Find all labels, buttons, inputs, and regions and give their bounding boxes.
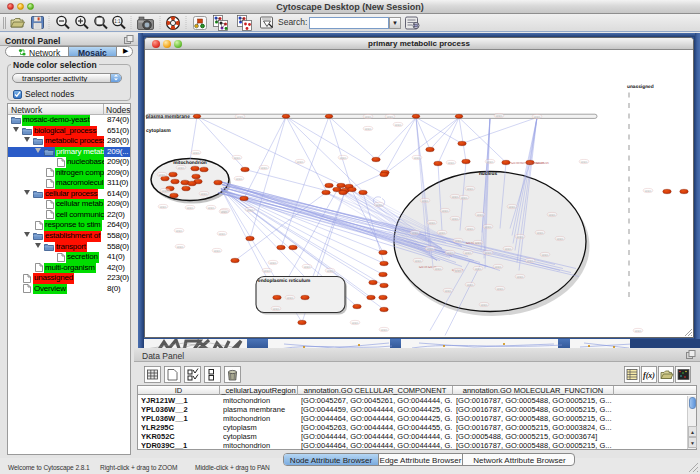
svg-text:Unkn: Unkn [505,246,512,250]
svg-text:f(x): f(x) [643,371,655,380]
svg-text:Unkn: Unkn [452,194,459,198]
svg-text:Unkn: Unkn [193,150,200,154]
svg-text:Unkn: Unkn [187,205,194,209]
svg-text:Unkn: Unkn [481,302,488,306]
svg-text:Unkn: Unkn [178,165,185,169]
svg-text:Unkn: Unkn [287,295,294,299]
svg-text:Unkn: Unkn [534,114,541,118]
svg-text:Unkn: Unkn [465,250,472,254]
svg-text:Unkn: Unkn [455,268,462,272]
svg-text:Unkn: Unkn [542,252,549,256]
svg-text:endoplasmic reticulum: endoplasmic reticulum [258,278,310,284]
svg-text:Unkn: Unkn [221,209,228,213]
svg-text:Unkn: Unkn [214,248,221,252]
svg-text:Unkn: Unkn [160,204,167,208]
svg-text:Unkn: Unkn [645,188,652,192]
svg-text:Unkn: Unkn [549,212,556,216]
svg-text:Unkn: Unkn [467,186,474,190]
svg-text:Unkn: Unkn [414,155,421,159]
svg-text:Unkn: Unkn [497,286,504,290]
svg-text:Unkn: Unkn [442,208,449,212]
svg-text:Unkn: Unkn [162,188,169,192]
svg-text:Unkn: Unkn [412,230,419,234]
svg-text:Unkn: Unkn [219,231,226,235]
svg-text:Unkn: Unkn [208,205,215,209]
svg-text:Unkn: Unkn [201,191,208,195]
svg-text:Unkn: Unkn [234,155,241,159]
svg-text:Unkn: Unkn [304,264,311,268]
svg-text:Unkn: Unkn [376,202,383,206]
svg-text:Unkn: Unkn [297,159,304,163]
svg-text:Unkn: Unkn [176,228,183,232]
svg-text:Unkn: Unkn [177,244,184,248]
svg-text:Unkn: Unkn [395,122,402,126]
svg-text:Unkn: Unkn [635,328,642,332]
svg-text:Unkn: Unkn [517,234,524,238]
svg-text:Unkn: Unkn [485,224,492,228]
svg-text:Unkn: Unkn [427,246,434,250]
svg-text:Unkn: Unkn [475,240,482,244]
svg-text:Unkn: Unkn [527,258,534,262]
svg-text:Unkn: Unkn [429,220,436,224]
svg-text:Unkn: Unkn [447,250,454,254]
svg-text:Unkn: Unkn [340,155,347,159]
svg-text:Unkn: Unkn [237,114,244,118]
svg-text:Unkn: Unkn [467,282,474,286]
svg-text:Unkn: Unkn [270,260,277,264]
svg-text:Search:: Search: [278,17,307,27]
svg-text:Unkn: Unkn [387,114,394,118]
svg-text:cytoplasm: cytoplasm [146,128,171,134]
svg-text:nucleus: nucleus [479,171,497,177]
svg-text:Unkn: Unkn [495,264,502,268]
svg-text:Unkn: Unkn [381,327,388,331]
svg-text:Unkn: Unkn [352,320,359,324]
svg-text:Unkn: Unkn [422,198,429,202]
svg-text:Unkn: Unkn [247,207,254,211]
svg-text:plasma membrane: plasma membrane [146,113,190,119]
svg-text:Unkn: Unkn [455,238,462,242]
svg-text:unassigned: unassigned [627,84,654,90]
svg-text:Unkn: Unkn [159,172,166,176]
svg-text:Unkn: Unkn [477,212,484,216]
svg-text:Unkn: Unkn [439,230,446,234]
svg-text:Unkn: Unkn [236,176,243,180]
svg-text:Unkn: Unkn [581,159,588,163]
svg-text:Unkn: Unkn [264,268,271,272]
svg-text:Unkn: Unkn [365,114,372,118]
svg-text:GO:05215: GO:05215 [536,160,549,164]
svg-text:Unkn: Unkn [517,274,524,278]
svg-text:Unkn: Unkn [452,216,459,220]
svg-text:Unkn: Unkn [496,113,503,117]
svg-text:Unkn: Unkn [537,230,544,234]
svg-text:Unkn: Unkn [509,204,516,208]
svg-text:Unkn: Unkn [365,126,372,130]
svg-text:Unkn: Unkn [435,266,442,270]
svg-text:Unkn: Unkn [461,195,468,199]
svg-text:Unkn: Unkn [475,266,482,270]
svg-text:Unkn: Unkn [467,226,474,230]
svg-text:Unkn: Unkn [327,268,334,272]
svg-text:Unkn: Unkn [557,236,564,240]
svg-text:Unkn: Unkn [261,165,268,169]
svg-text:Unkn: Unkn [445,288,452,292]
svg-text:Unkn: Unkn [273,306,280,310]
svg-text:Unkn: Unkn [448,160,455,164]
svg-text:1:1: 1:1 [114,19,121,24]
svg-text:Unkn: Unkn [415,258,422,262]
svg-text:Unkn: Unkn [485,250,492,254]
svg-text:Unkn: Unkn [487,159,494,163]
